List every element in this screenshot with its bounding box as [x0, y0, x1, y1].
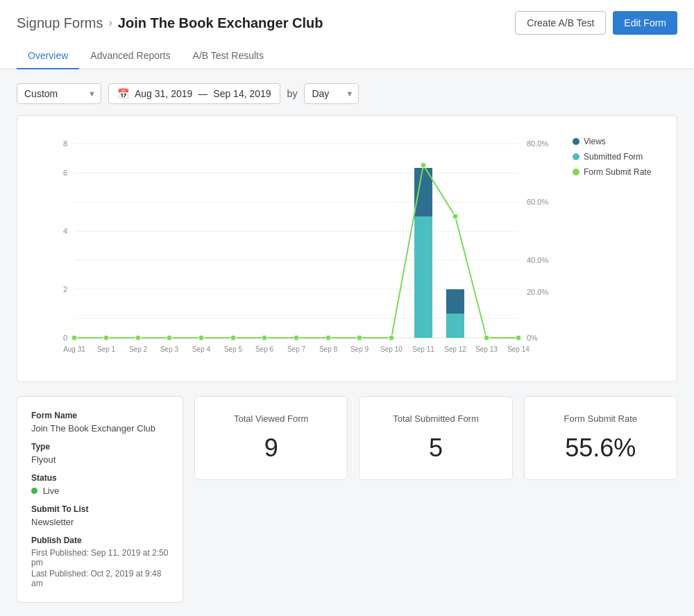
svg-rect-36 — [446, 314, 464, 338]
form-submit-rate-card: Form Submit Rate 55.6% — [524, 396, 677, 480]
svg-point-50 — [484, 335, 489, 341]
last-published: Last Published: Oct 2, 2019 at 9:48 am — [31, 569, 169, 588]
svg-text:Sep 11: Sep 11 — [412, 345, 434, 353]
svg-text:Sep 13: Sep 13 — [475, 345, 498, 353]
first-published: First Published: Sep 11, 2019 at 2:50 pm — [31, 548, 169, 567]
svg-text:Sep 3: Sep 3 — [160, 345, 179, 353]
svg-text:80.0%: 80.0% — [527, 139, 548, 148]
total-submitted-card: Total Submitted Form 5 — [359, 396, 512, 480]
form-info-card: Form Name Join The Book Exchanger Club T… — [17, 396, 183, 603]
legend-submitted: Submitted Form — [573, 152, 663, 162]
form-name-value: Join The Book Exchanger Club — [31, 423, 169, 434]
svg-text:2: 2 — [63, 285, 67, 293]
chart-svg: 8 6 4 2 0 80.0% 60.0% 40.0% 20.0% 0% Aug… — [31, 130, 561, 366]
svg-point-43 — [262, 335, 267, 341]
submit-list-label: Submit To List — [31, 504, 169, 514]
legend-views: Views — [573, 137, 663, 146]
type-value: Flyout — [31, 454, 169, 465]
svg-text:Sep 10: Sep 10 — [380, 345, 403, 353]
svg-text:40.0%: 40.0% — [527, 256, 548, 264]
svg-point-42 — [230, 335, 236, 341]
create-ab-test-button[interactable]: Create A/B Test — [515, 11, 606, 35]
svg-text:60.0%: 60.0% — [527, 198, 548, 206]
total-viewed-card: Total Viewed Form 9 — [194, 396, 348, 480]
svg-text:Sep 6: Sep 6 — [255, 345, 274, 353]
date-range-filter-wrapper: Custom Last 7 Days Last 30 Days ▼ — [17, 83, 101, 104]
chart-legend: Views Submitted Form Form Submit Rate — [573, 130, 663, 368]
svg-point-41 — [198, 335, 204, 341]
status-label: Status — [31, 473, 169, 483]
svg-text:8: 8 — [63, 139, 67, 148]
legend-rate: Form Submit Rate — [573, 167, 663, 177]
filter-row: Custom Last 7 Days Last 30 Days ▼ 📅 Aug … — [17, 83, 677, 104]
breadcrumb-root[interactable]: Signup Forms — [17, 15, 103, 31]
breadcrumb: Signup Forms › Join The Book Exchanger C… — [17, 15, 323, 31]
header-actions: Create A/B Test Edit Form — [515, 11, 677, 35]
legend-dot-rate — [573, 169, 579, 176]
edit-form-button[interactable]: Edit Form — [613, 11, 677, 35]
svg-point-44 — [294, 335, 299, 341]
tab-overview[interactable]: Overview — [17, 43, 79, 69]
svg-point-51 — [516, 335, 521, 341]
form-name-label: Form Name — [31, 411, 169, 420]
tab-bar: Overview Advanced Reports A/B Test Resul… — [17, 43, 677, 69]
by-label: by — [287, 88, 298, 99]
granularity-wrapper: Day Week Month ▼ — [304, 83, 359, 104]
svg-text:0: 0 — [63, 334, 67, 342]
total-submitted-value: 5 — [373, 434, 498, 463]
svg-text:Sep 7: Sep 7 — [287, 345, 306, 353]
breadcrumb-separator: › — [109, 17, 112, 29]
svg-text:0%: 0% — [527, 334, 538, 342]
svg-point-40 — [167, 335, 172, 341]
svg-text:Sep 2: Sep 2 — [129, 345, 148, 353]
type-label: Type — [31, 442, 169, 452]
publish-date-label: Publish Date — [31, 536, 169, 545]
svg-text:Aug 31: Aug 31 — [63, 345, 85, 353]
svg-point-49 — [452, 214, 458, 219]
svg-point-39 — [135, 335, 141, 341]
stats-row: Form Name Join The Book Exchanger Club T… — [17, 396, 677, 603]
total-submitted-title: Total Submitted Form — [373, 413, 498, 424]
chart-card: 8 6 4 2 0 80.0% 60.0% 40.0% 20.0% 0% Aug… — [17, 115, 677, 382]
date-range-start: Aug 31, 2019 — [135, 88, 192, 99]
svg-text:6: 6 — [63, 169, 67, 177]
legend-label-views: Views — [584, 137, 606, 146]
tab-ab-test-results[interactable]: A/B Test Results — [182, 43, 275, 69]
submit-list-value: Newsletter — [31, 517, 169, 527]
svg-text:Sep 1: Sep 1 — [97, 345, 116, 353]
legend-dot-views — [573, 138, 579, 145]
date-range-filter-select[interactable]: Custom Last 7 Days Last 30 Days — [17, 83, 101, 104]
svg-rect-35 — [414, 216, 432, 338]
legend-label-rate: Form Submit Rate — [584, 167, 651, 177]
date-range-end: Sep 14, 2019 — [213, 88, 271, 99]
page-title: Join The Book Exchanger Club — [118, 15, 323, 31]
svg-point-45 — [325, 335, 331, 341]
chart-main: 8 6 4 2 0 80.0% 60.0% 40.0% 20.0% 0% Aug… — [31, 130, 561, 368]
svg-point-47 — [389, 335, 394, 341]
svg-text:Sep 12: Sep 12 — [444, 345, 466, 353]
form-submit-rate-value: 55.6% — [539, 434, 663, 463]
svg-point-38 — [103, 335, 109, 341]
granularity-select[interactable]: Day Week Month — [304, 83, 359, 104]
svg-text:Sep 4: Sep 4 — [192, 345, 211, 353]
svg-text:20.0%: 20.0% — [527, 288, 548, 296]
date-range-box[interactable]: 📅 Aug 31, 2019 — Sep 14, 2019 — [108, 83, 280, 104]
svg-text:Sep 8: Sep 8 — [319, 345, 338, 353]
tab-advanced-reports[interactable]: Advanced Reports — [79, 43, 181, 69]
date-range-dash: — — [198, 88, 208, 99]
total-viewed-value: 9 — [209, 434, 333, 463]
svg-point-37 — [71, 335, 77, 341]
svg-text:Sep 9: Sep 9 — [350, 345, 369, 353]
legend-label-submitted: Submitted Form — [584, 152, 643, 162]
svg-text:Sep 5: Sep 5 — [224, 345, 243, 353]
form-submit-rate-title: Form Submit Rate — [539, 413, 663, 424]
svg-text:Sep 14: Sep 14 — [507, 345, 530, 353]
status-value: Live — [31, 486, 169, 496]
svg-text:4: 4 — [63, 227, 67, 235]
total-viewed-title: Total Viewed Form — [209, 413, 333, 424]
calendar-icon: 📅 — [117, 88, 129, 99]
legend-dot-submitted — [573, 153, 579, 160]
svg-point-46 — [357, 335, 362, 341]
svg-point-48 — [421, 162, 426, 168]
status-dot-live — [31, 488, 37, 494]
